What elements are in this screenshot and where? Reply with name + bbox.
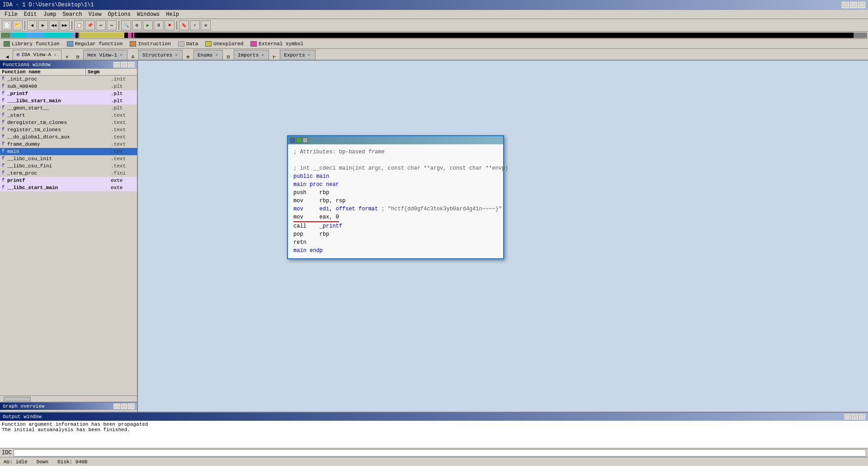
func-seg: .tex <box>110 149 137 154</box>
code-main-endp: main endp <box>293 247 323 255</box>
func-icon: f <box>0 120 6 125</box>
tab-ida-view-a-close[interactable]: ✕ <box>53 52 57 57</box>
tab-exports-close[interactable]: ✕ <box>307 53 311 57</box>
func-row-dereg[interactable]: f deregister_tm_clones .text <box>0 119 137 126</box>
tb-search[interactable]: 🔍 <box>121 20 131 30</box>
graph-overview-restore[interactable]: □ <box>113 404 120 409</box>
close-button[interactable]: ✕ <box>858 2 865 8</box>
tab-exports-icon[interactable]: ⊢ <box>269 54 280 60</box>
func-row-term-proc[interactable]: f _term_proc .fini <box>0 170 137 177</box>
func-row-sub400400[interactable]: f sub_400400 .plt <box>0 83 137 90</box>
menu-search[interactable]: Search <box>60 11 85 18</box>
idc-input[interactable] <box>14 449 866 456</box>
func-row-gmon-start[interactable]: f __gmon_start__ .plt <box>0 105 137 112</box>
tab-structures[interactable]: Structures ✕ <box>138 50 183 60</box>
tb-undo[interactable]: ↩ <box>96 20 106 30</box>
menu-file[interactable]: File <box>2 11 20 18</box>
tab-enums-close[interactable]: ✕ <box>214 53 219 57</box>
tab-nav-left[interactable]: ◀ <box>2 54 13 60</box>
func-name: deregister_tm_clones <box>6 120 110 125</box>
menu-options[interactable]: Options <box>105 11 133 18</box>
menu-view[interactable]: View <box>86 11 104 18</box>
tab-ida-view-a[interactable]: ⊞ IDA View-A ✕ <box>13 50 61 60</box>
func-row-init-proc[interactable]: f _init_proc .init <box>0 76 137 83</box>
maximize-button[interactable]: □ <box>850 2 857 8</box>
tab-imports-label: Imports <box>238 52 259 58</box>
func-seg: .text <box>110 142 137 147</box>
menu-jump[interactable]: Jump <box>41 11 59 18</box>
legend-regular-color <box>67 41 73 47</box>
func-row-reg-clones[interactable]: f register_tm_clones .text <box>0 126 137 133</box>
tb-back[interactable]: ◀ <box>27 20 37 30</box>
output-minimize[interactable]: _ <box>852 414 858 419</box>
tb-extra1[interactable]: ⚡ <box>190 20 200 30</box>
menu-windows[interactable]: Windows <box>134 11 162 18</box>
tab-enums[interactable]: Enums ✕ <box>193 50 223 60</box>
tab-nav-hex[interactable]: ⊟ <box>72 54 83 60</box>
func-seg: .fini <box>110 171 137 176</box>
tb-open[interactable]: 📂 <box>13 20 23 30</box>
func-row-libc-csu-init[interactable]: f __libc_csu_init .text <box>0 155 137 162</box>
tb-forward[interactable]: ▶ <box>38 20 48 30</box>
functions-window-minimize[interactable]: _ <box>121 62 127 67</box>
func-list[interactable]: f _init_proc .init f sub_400400 .plt f _… <box>0 76 137 395</box>
tb-extra2[interactable]: ⚒ <box>201 20 211 30</box>
tab-imports[interactable]: Imports ✕ <box>234 50 269 60</box>
minimize-button[interactable]: ─ <box>842 2 849 8</box>
tab-enum-icon[interactable]: ⊕ <box>183 54 193 60</box>
func-name: printf <box>6 178 110 183</box>
tb-back2[interactable]: ◀◀ <box>49 20 59 30</box>
func-row-libc-start-main[interactable]: f ___libc_start_main .plt <box>0 97 137 105</box>
func-row-do-global[interactable]: f __do_global_dtors_aux .text <box>0 133 137 141</box>
tb-new[interactable]: 📄 <box>2 20 12 30</box>
output-content[interactable]: Function argument information has been p… <box>0 421 868 448</box>
func-row-start[interactable]: f _start .text <box>0 112 137 119</box>
tab-hex-view-1-close[interactable]: ✕ <box>119 53 123 57</box>
func-row-main[interactable]: f main .tex <box>0 148 137 155</box>
menu-help[interactable]: Help <box>163 11 182 18</box>
tb-redo[interactable]: ↪ <box>107 20 117 30</box>
tb-ref[interactable]: ⚙ <box>132 20 142 30</box>
tab-struct-icon[interactable]: A <box>127 54 138 60</box>
graph-overview-close[interactable]: ✕ <box>128 404 134 409</box>
func-row-printf[interactable]: f _printf .plt <box>0 90 137 97</box>
func-icon: f <box>0 134 6 139</box>
tab-hex-view-1[interactable]: Hex View-1 ✕ <box>83 50 127 60</box>
code-window-body[interactable]: ; Attributes: bp-based frame ; int __cde… <box>288 144 503 258</box>
tb-copy[interactable]: 📋 <box>74 20 84 30</box>
code-line-blank <box>293 156 498 164</box>
func-row-libc-start-main2[interactable]: f __libc_start_main exte <box>0 184 137 191</box>
func-row-libc-csu-fini[interactable]: f __libc_csu_fini .text <box>0 162 137 170</box>
cw-icon2 <box>296 138 302 143</box>
func-col-seg: Segm <box>86 69 136 75</box>
functions-horiz-scroll[interactable] <box>0 395 137 402</box>
func-row-frame-dummy[interactable]: f frame_dummy .text <box>0 141 137 148</box>
tab-structures-close[interactable]: ✕ <box>174 53 179 57</box>
tab-close-btn[interactable]: ✕ <box>61 54 72 60</box>
tab-imports-icon[interactable]: ⊡ <box>223 54 234 60</box>
tb-fwd2[interactable]: ▶▶ <box>60 20 70 30</box>
nav-unexplored <box>79 33 124 38</box>
scroll-thumb[interactable] <box>4 397 31 401</box>
tb-run[interactable]: ▶ <box>143 20 153 30</box>
output-restore[interactable]: □ <box>844 414 851 419</box>
func-seg: .text <box>110 127 137 133</box>
func-icon: f <box>0 91 6 96</box>
func-row-printf2[interactable]: f printf exte <box>0 177 137 184</box>
code-line-3: public main <box>293 172 498 181</box>
func-name: main <box>6 149 110 154</box>
func-name: _printf <box>6 91 110 96</box>
tb-bookmark[interactable]: 🔖 <box>179 20 189 30</box>
func-name: __gmon_start__ <box>6 105 110 111</box>
menu-edit[interactable]: Edit <box>21 11 40 18</box>
functions-window-restore[interactable]: □ <box>113 62 120 67</box>
tab-exports[interactable]: Exports ✕ <box>280 50 315 60</box>
tab-imports-close[interactable]: ✕ <box>260 53 265 57</box>
output-close[interactable]: ✕ <box>859 414 865 419</box>
tb-pause[interactable]: ⏸ <box>154 20 164 30</box>
code-window-title-bar <box>288 136 503 144</box>
graph-overview-minimize[interactable]: _ <box>121 404 127 409</box>
functions-window-close[interactable]: ✕ <box>128 62 134 67</box>
tb-paste[interactable]: 📌 <box>85 20 95 30</box>
tb-stop[interactable]: ■ <box>165 20 175 30</box>
